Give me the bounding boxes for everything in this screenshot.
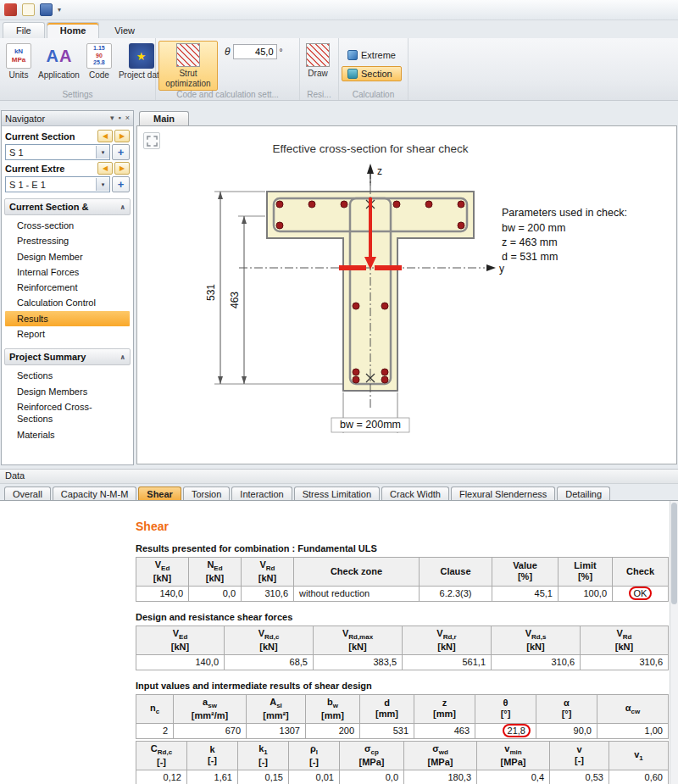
table-row: 0,121,610,150,010,0180,30,40,530,60 bbox=[136, 770, 669, 784]
table-cell: 140,0 bbox=[136, 586, 189, 601]
sidebar-item-reinforced-cross-sections[interactable]: Reinforced Cross-Sections bbox=[5, 399, 130, 427]
nav-group-header-current-section[interactable]: Current Section &∧ bbox=[4, 198, 131, 215]
column-header: Clause bbox=[420, 558, 492, 587]
projectdata-icon: ★ bbox=[129, 43, 154, 69]
previous-extreme-button[interactable]: ◀ bbox=[97, 162, 113, 175]
ribbon-tab-home[interactable]: Home bbox=[47, 22, 100, 38]
tab-torsion[interactable]: Torsion bbox=[183, 487, 230, 501]
window-menu-icon[interactable]: ▾ bbox=[110, 114, 114, 122]
current-extreme-select[interactable]: S 1 - E 1 ▾ bbox=[5, 176, 110, 192]
param-z: z = 463 mm bbox=[502, 236, 558, 248]
shear-input-table-2: CRd,c[-]k[-]k1[-]ρl[-]σcp[MPa]σwd[MPa]vm… bbox=[136, 741, 669, 784]
draw-button[interactable]: Draw bbox=[303, 41, 333, 81]
tab-crack-width[interactable]: Crack Width bbox=[381, 487, 449, 501]
new-document-icon[interactable] bbox=[22, 3, 35, 16]
navigator-body: Current Section ◀ ▶ S 1 ▾ + Current Extr… bbox=[2, 126, 133, 447]
shear-zone-mark-right bbox=[375, 265, 402, 270]
document-area: Main Effective cross-section for shear c… bbox=[136, 110, 677, 465]
extreme-icon bbox=[347, 50, 358, 60]
column-header: Limit[%] bbox=[559, 558, 613, 587]
ribbon-tab-view[interactable]: View bbox=[101, 22, 148, 38]
tab-main[interactable]: Main bbox=[139, 111, 189, 125]
sidebar-item-sections[interactable]: Sections bbox=[5, 368, 130, 383]
sidebar-item-report[interactable]: Report bbox=[5, 326, 130, 342]
zoom-fit-icon[interactable] bbox=[143, 132, 160, 149]
units-button[interactable]: kNMPaUnits bbox=[3, 41, 35, 83]
next-section-button[interactable]: ▶ bbox=[114, 130, 130, 142]
theta-input[interactable] bbox=[233, 44, 277, 59]
nav-group-items-0: Cross-sectionPrestressingDesign MemberIn… bbox=[3, 216, 131, 343]
collapse-icon[interactable]: ∧ bbox=[120, 203, 126, 211]
tab-capacity-n-m-m[interactable]: Capacity N-M-M bbox=[53, 487, 136, 501]
table-header-row: CRd,c[-]k[-]k1[-]ρl[-]σcp[MPa]σwd[MPa]vm… bbox=[136, 741, 669, 770]
add-section-button[interactable]: + bbox=[112, 144, 130, 160]
section-button[interactable]: Section bbox=[342, 66, 402, 81]
tab-detailing[interactable]: Detailing bbox=[557, 487, 610, 501]
current-extreme-label: Current Extre bbox=[5, 164, 96, 174]
table-cell: 383,5 bbox=[314, 654, 403, 670]
highlighted-value: OK bbox=[629, 587, 653, 600]
code-button[interactable]: 1.159025.8Code bbox=[83, 41, 115, 83]
nav-group-items-1: SectionsDesign MembersReinforced Cross-S… bbox=[3, 366, 131, 443]
current-section-label: Current Section bbox=[5, 131, 96, 142]
table-row: 2670130720053146321,890,01,00 bbox=[136, 723, 669, 738]
ribbon-group-code-settings: Strut optimization θ ° Code and calculat… bbox=[156, 38, 300, 100]
data-panel: Data OverallCapacity N-M-MShearTorsionIn… bbox=[0, 469, 678, 784]
sidebar-item-internal-forces[interactable]: Internal Forces bbox=[5, 264, 130, 280]
sidebar-item-design-members[interactable]: Design Members bbox=[5, 384, 130, 399]
sidebar-item-results[interactable]: Results bbox=[5, 311, 130, 326]
quickbar-dropdown-icon[interactable]: ▾ bbox=[58, 6, 61, 14]
current-section-value: S 1 bbox=[9, 147, 24, 158]
sidebar-item-materials[interactable]: Materials bbox=[5, 427, 130, 442]
table-cell: 1307 bbox=[247, 723, 306, 738]
table-cell: 200 bbox=[306, 723, 360, 738]
sidebar-item-cross-section[interactable]: Cross-section bbox=[5, 218, 130, 233]
next-extreme-button[interactable]: ▶ bbox=[114, 162, 130, 175]
table-cell: 0,01 bbox=[289, 770, 340, 784]
vertical-scrollbar[interactable] bbox=[670, 501, 678, 784]
tab-interaction[interactable]: Interaction bbox=[231, 487, 292, 501]
app-icon[interactable] bbox=[4, 3, 17, 16]
sidebar-item-calculation-control[interactable]: Calculation Control bbox=[5, 295, 130, 310]
sidebar-item-prestressing[interactable]: Prestressing bbox=[5, 233, 130, 248]
close-icon[interactable]: × bbox=[125, 114, 130, 122]
calculation-group-label: Calculation bbox=[339, 90, 408, 99]
results-heading: Shear bbox=[136, 520, 668, 533]
strut-optimization-icon bbox=[176, 43, 200, 67]
settings-group-label: Settings bbox=[0, 90, 155, 99]
column-header: bw[mm] bbox=[306, 694, 360, 723]
sidebar-item-reinforcement[interactable]: Reinforcement bbox=[5, 280, 130, 295]
collapse-icon[interactable]: ∧ bbox=[120, 353, 126, 361]
code-group-label: Code and calculation sett... bbox=[156, 90, 299, 99]
results-group-label: Resi... bbox=[300, 90, 338, 99]
ribbon-tab-file[interactable]: File bbox=[3, 22, 45, 38]
column-header: αcw bbox=[597, 694, 669, 723]
column-header: Value[%] bbox=[492, 558, 559, 587]
table-cell: 463 bbox=[414, 723, 475, 738]
column-header: Check bbox=[613, 558, 669, 587]
current-extreme-value: S 1 - E 1 bbox=[9, 180, 46, 190]
scrollbar-thumb[interactable] bbox=[671, 503, 677, 604]
extreme-label: Extreme bbox=[361, 50, 396, 60]
current-section-select[interactable]: S 1 ▾ bbox=[5, 144, 110, 160]
navigator-header[interactable]: Navigator ▾ ▪ × bbox=[2, 111, 133, 126]
nav-group-header-project-summary[interactable]: Project Summary∧ bbox=[4, 348, 131, 365]
strut-optimization-button[interactable]: Strut optimization bbox=[158, 41, 218, 91]
sidebar-item-design-member[interactable]: Design Member bbox=[5, 249, 130, 264]
tab-flexural-slenderness[interactable]: Flexural Slenderness bbox=[451, 487, 555, 501]
column-header: asw[mm²/m] bbox=[174, 694, 247, 723]
column-header: VRd,c[kN] bbox=[225, 626, 314, 654]
previous-section-button[interactable]: ◀ bbox=[97, 130, 113, 142]
add-extreme-button[interactable]: + bbox=[112, 176, 130, 192]
navigator-title: Navigator bbox=[5, 114, 45, 124]
ribbon-group-results: Draw Resi... bbox=[300, 38, 339, 100]
pin-icon[interactable]: ▪ bbox=[119, 114, 121, 122]
extreme-button[interactable]: Extreme bbox=[342, 47, 402, 63]
tab-shear[interactable]: Shear bbox=[138, 487, 181, 501]
tab-stress-limitation[interactable]: Stress Limitation bbox=[294, 487, 380, 501]
application-button[interactable]: AAApplication bbox=[35, 41, 83, 83]
drawing-canvas[interactable]: Effective cross-section for shear check … bbox=[136, 125, 677, 464]
tab-overall[interactable]: Overall bbox=[4, 487, 51, 501]
save-icon[interactable] bbox=[40, 3, 53, 16]
table-cell: 1,00 bbox=[597, 723, 669, 738]
